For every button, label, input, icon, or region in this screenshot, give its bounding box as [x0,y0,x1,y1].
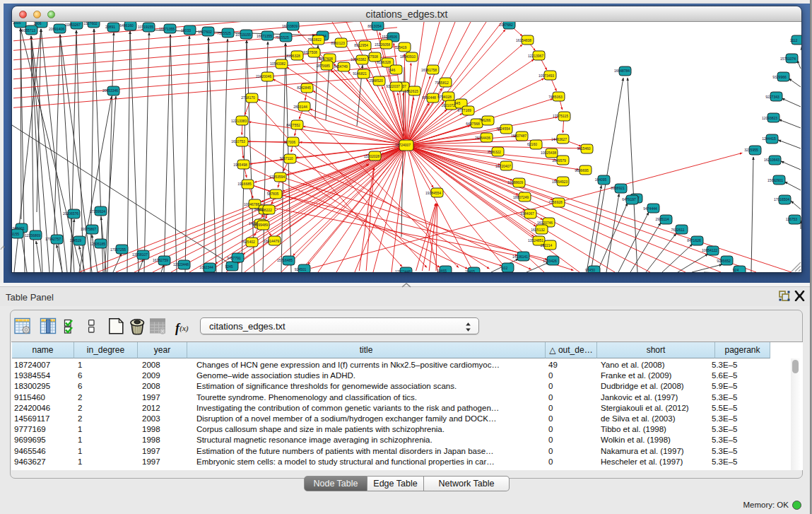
svg-text:1916685: 1916685 [237,182,252,186]
svg-text:16648784: 16648784 [614,69,630,73]
svg-text:10853267: 10853267 [65,23,81,27]
svg-text:62160: 62160 [527,142,537,146]
svg-text:1733426: 1733426 [543,259,557,263]
svg-text:10807487: 10807487 [511,134,526,138]
svg-text:17016504: 17016504 [774,197,789,201]
svg-text:117006: 117006 [284,140,296,144]
svg-text:125419: 125419 [395,45,407,49]
svg-text:15692901: 15692901 [767,178,783,182]
svg-text:164095: 164095 [595,177,607,182]
svg-text:17975115: 17975115 [553,114,568,118]
svg-text:924501: 924501 [295,267,307,271]
svg-text:19218506: 19218506 [382,35,397,39]
svg-text:9474444: 9474444 [643,206,657,211]
svg-text:1527602: 1527602 [198,30,212,34]
svg-text:2588520: 2588520 [369,78,383,83]
svg-text:8427552: 8427552 [286,123,300,127]
svg-text:2087682: 2087682 [499,23,513,27]
svg-text:7663822: 7663822 [307,37,322,42]
svg-text:8242845: 8242845 [297,86,311,90]
svg-text:8471626: 8471626 [687,238,701,243]
svg-text:12353594: 12353594 [269,175,285,179]
svg-text:12213383: 12213383 [231,119,247,123]
svg-text:39155: 39155 [12,232,19,236]
svg-text:114519: 114519 [70,238,82,243]
svg-text:9329966: 9329966 [772,75,787,79]
svg-text:7756928: 7756928 [548,200,563,204]
svg-text:13958107: 13958107 [132,252,148,257]
svg-text:8813054: 8813054 [367,24,382,28]
svg-text:12923448: 12923448 [395,269,411,272]
svg-text:1362615: 1362615 [404,89,418,93]
svg-text:17359924: 17359924 [90,209,105,214]
svg-text:9327508: 9327508 [303,50,317,54]
svg-text:8938921: 8938921 [611,186,625,190]
svg-text:10465: 10465 [437,269,447,272]
svg-text:16120746: 16120746 [537,221,553,225]
svg-text:1906: 1906 [33,22,41,25]
svg-text:6497568: 6497568 [466,122,480,126]
svg-text:8990448: 8990448 [422,95,436,100]
svg-text:2718170: 2718170 [241,95,255,100]
svg-text:10025438: 10025438 [541,151,556,155]
svg-text:8454749: 8454749 [334,64,348,69]
svg-text:10688609: 10688609 [507,180,523,185]
svg-text:7632611: 7632611 [671,228,684,232]
svg-text:10719155: 10719155 [138,25,153,29]
svg-text:14099489: 14099489 [252,223,268,227]
svg-text:19654923: 19654923 [552,180,567,184]
svg-text:3824554: 3824554 [496,127,510,131]
svg-text:8912954: 8912954 [354,43,368,47]
svg-text:6479197: 6479197 [622,197,636,201]
svg-text:1092344: 1092344 [199,265,213,269]
svg-text:16914479: 16914479 [264,239,279,243]
svg-text:20891: 20891 [105,25,115,29]
svg-text:1349579: 1349579 [552,158,566,163]
svg-text:20465: 20465 [465,269,475,272]
svg-text:15226058: 15226058 [375,42,390,47]
svg-text:9227343: 9227343 [765,95,779,99]
svg-text:7625402: 7625402 [241,240,255,244]
svg-text:10654122: 10654122 [702,248,717,252]
svg-text:10543382: 10543382 [351,57,366,62]
svg-text:14136141: 14136141 [512,255,528,259]
svg-text:1875685: 1875685 [316,64,330,68]
svg-text:116753: 116753 [786,217,798,221]
svg-text:587835: 587835 [267,192,279,196]
svg-text:7515525: 7515525 [217,31,231,35]
svg-text:546: 546 [389,68,396,72]
svg-text:7485063: 7485063 [548,95,563,99]
svg-text:924: 924 [733,268,739,272]
svg-text:97450: 97450 [585,268,595,272]
svg-text:20206576: 20206576 [63,211,78,216]
svg-text:16154838: 16154838 [516,38,531,42]
svg-text:9245: 9245 [225,264,233,269]
svg-text:20053346: 20053346 [102,88,118,93]
svg-text:7955812: 7955812 [435,81,449,85]
svg-text:10973493: 10973493 [539,74,554,78]
svg-text:9777169: 9777169 [457,108,471,112]
svg-text:13524851: 13524851 [528,238,543,243]
svg-text:16782759: 16782759 [153,258,168,262]
svg-text:15720407: 15720407 [495,164,511,168]
svg-text:1610753: 1610753 [231,139,245,144]
svg-text:16671355: 16671355 [159,27,175,31]
svg-text:19055713: 19055713 [20,28,35,33]
svg-text:252214: 252214 [541,243,553,247]
svg-text:17957255: 17957255 [110,247,126,252]
svg-text:18640910: 18640910 [400,54,416,59]
svg-text:16210643: 16210643 [764,158,779,162]
svg-text:14463627: 14463627 [551,137,567,141]
svg-text:3498222: 3498222 [258,208,272,212]
svg-text:2867608: 2867608 [319,57,333,61]
svg-text:1112: 1112 [790,38,798,42]
svg-text:2803144: 2803144 [293,105,307,109]
svg-text:8196328: 8196328 [377,60,391,64]
svg-text:10543382: 10543382 [270,62,286,66]
svg-text:7386322: 7386322 [487,150,501,154]
svg-text:6466160: 6466160 [119,23,134,28]
svg-text:18807249: 18807249 [513,195,529,199]
svg-text:9322037: 9322037 [386,84,400,88]
svg-text:1621072: 1621072 [441,103,455,107]
svg-text:12093823: 12093823 [762,116,777,120]
